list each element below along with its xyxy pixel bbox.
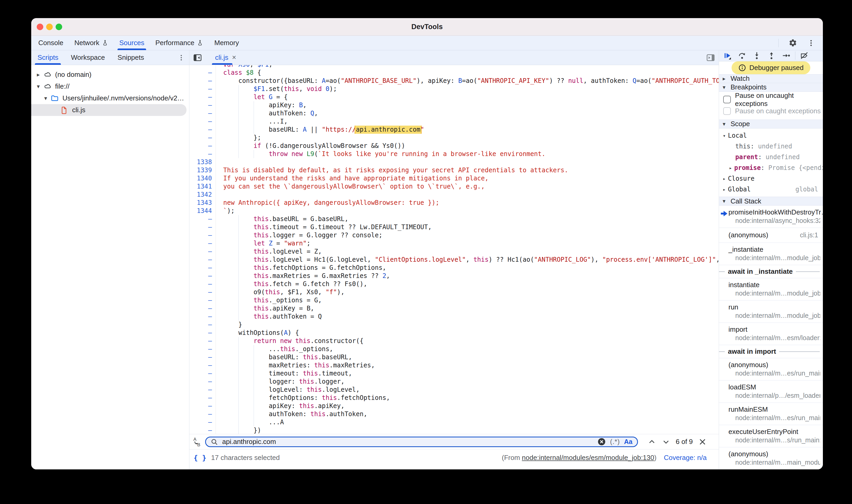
tab-workspace[interactable]: Workspace	[65, 50, 111, 65]
code-line[interactable]: – constructor({baseURL: A=ao("ANTHROPIC_…	[190, 77, 719, 85]
code-line[interactable]: – ...I,	[190, 118, 719, 126]
previous-match-icon[interactable]	[645, 438, 659, 446]
code-line[interactable]: – baseURL: A || "https://api.anthropic.c…	[190, 126, 719, 134]
gutter-cell[interactable]: –	[190, 386, 216, 394]
tree-item-folder[interactable]: ▾ Users/jinhuilee/.nvm/versions/node/v2…	[31, 92, 189, 104]
code-line[interactable]: – logLevel: this.logLevel,	[190, 386, 719, 394]
hide-navigator-icon[interactable]	[190, 50, 203, 65]
gutter-cell[interactable]: –	[190, 85, 216, 93]
pause-on-caught-checkbox[interactable]	[723, 107, 731, 115]
code-line[interactable]: – fetchOptions: this.fetchOptions,	[190, 394, 719, 402]
resume-script-icon[interactable]	[720, 51, 735, 60]
call-stack-frame[interactable]: runMainESMnode:internal/m…es/run_main:98	[719, 403, 823, 425]
call-stack-frame[interactable]: (anonymous)node:internal/m…main_module:2	[719, 447, 823, 469]
code-line[interactable]: – })	[190, 426, 719, 434]
tab-sources[interactable]: Sources	[114, 36, 150, 50]
code-line[interactable]: – ...this._options,	[190, 345, 719, 353]
code-line[interactable]: var Xs0, $F1;	[190, 65, 719, 69]
gutter-cell[interactable]: –	[190, 248, 216, 256]
code-line[interactable]: – this._options = G,	[190, 296, 719, 304]
close-window-button[interactable]	[37, 23, 43, 30]
tab-console[interactable]: Console	[33, 36, 69, 50]
code-line[interactable]: – };	[190, 134, 719, 142]
gutter-cell[interactable]: –	[190, 101, 216, 109]
chevron-down-icon[interactable]: ▾	[42, 95, 49, 102]
code-line[interactable]: – this.authToken = Q	[190, 312, 719, 321]
replace-toggle-icon[interactable]: AB	[193, 437, 202, 447]
scope-row-promise[interactable]: ▸promise: Promise {<pending>}	[719, 162, 823, 173]
scope-row-Closure[interactable]: ▸Closure	[719, 173, 823, 184]
tree-item-no-domain[interactable]: ▸ (no domain)	[31, 69, 189, 80]
show-debugger-panel-icon[interactable]	[703, 50, 719, 65]
navigator-more-icon[interactable]	[178, 50, 189, 65]
gutter-cell[interactable]: –	[190, 150, 216, 158]
gutter-cell[interactable]: –	[190, 223, 216, 231]
editor-tab-cli-js[interactable]: cli.js ×	[211, 50, 240, 65]
gutter-cell[interactable]: –	[190, 239, 216, 248]
more-options-icon[interactable]	[807, 39, 815, 47]
code-line[interactable]: 1338	[190, 158, 719, 166]
code-line[interactable]: – let G = {	[190, 93, 719, 101]
gutter-cell[interactable]: 1343	[190, 199, 216, 207]
gutter-cell[interactable]: –	[190, 93, 216, 101]
call-stack-frame[interactable]: (anonymous)cli.js:1	[719, 228, 823, 243]
gutter-cell[interactable]: –	[190, 337, 216, 345]
gutter-cell[interactable]: –	[190, 394, 216, 402]
pause-on-uncaught-row[interactable]: Pause on uncaught exceptions	[719, 94, 823, 105]
gutter-cell[interactable]: –	[190, 410, 216, 418]
zoom-window-button[interactable]	[56, 23, 62, 30]
gutter-cell[interactable]: –	[190, 402, 216, 410]
step-icon[interactable]	[779, 51, 794, 60]
section-watch[interactable]: ▸ Watch	[719, 74, 823, 83]
code-line[interactable]: – this.fetch = G.fetch ?? Fs0(),	[190, 280, 719, 288]
code-line[interactable]: – this.apiKey = B,	[190, 304, 719, 312]
code-line[interactable]: – timeout: this.timeout,	[190, 370, 719, 378]
code-line[interactable]: 1342	[190, 191, 719, 199]
scope-row-parent[interactable]: parent: undefined	[719, 151, 823, 162]
code-line[interactable]: – apiKey: this.apiKey,	[190, 402, 719, 410]
gutter-cell[interactable]: –	[190, 256, 216, 264]
gutter-cell[interactable]: 1339	[190, 166, 216, 174]
call-stack-frame[interactable]: loadESMnode:internal/p…/esm_loader:34	[719, 380, 823, 403]
code-line[interactable]: 1343new Anthropic({ apiKey, dangerouslyA…	[190, 199, 719, 207]
code-line[interactable]: – this.logger = G.logger ?? console;	[190, 231, 719, 239]
gutter-cell[interactable]: –	[190, 378, 216, 386]
tree-item-file-protocol[interactable]: ▾ file://	[31, 80, 189, 92]
pause-on-caught-row[interactable]: Pause on caught exceptions	[719, 105, 823, 117]
gutter-cell[interactable]: –	[190, 426, 216, 434]
gutter-cell[interactable]: –	[190, 345, 216, 353]
gutter-cell[interactable]: –	[190, 215, 216, 223]
gutter-cell[interactable]: –	[190, 69, 216, 77]
gutter-cell[interactable]: 1341	[190, 182, 216, 191]
gutter-cell[interactable]: 1344	[190, 207, 216, 215]
code-line[interactable]: – logger: this.logger,	[190, 378, 719, 386]
code-line[interactable]: – apiKey: B,	[190, 101, 719, 109]
step-into-icon[interactable]	[749, 51, 764, 60]
gutter-cell[interactable]: –	[190, 109, 216, 118]
code-line[interactable]: – let Z = "warn";	[190, 239, 719, 248]
code-line[interactable]: – baseURL: this.baseURL,	[190, 353, 719, 361]
code-line[interactable]: – this.timeout = G.timeout ?? Lw.DEFAULT…	[190, 223, 719, 231]
gutter-cell[interactable]: –	[190, 361, 216, 370]
call-stack-frame[interactable]: (anonymous)node:internal/m…es/run_main:9…	[719, 358, 823, 380]
call-stack-frame[interactable]: runnode:internal/m…module_job:214	[719, 301, 823, 323]
code-line[interactable]: – }	[190, 321, 719, 329]
step-over-icon[interactable]	[735, 51, 749, 60]
code-line[interactable]: – withOptions(A) {	[190, 329, 719, 337]
tree-item-cli-js[interactable]: cli.js	[31, 104, 187, 116]
section-call-stack[interactable]: ▾ Call Stack	[719, 197, 823, 205]
scope-row-Global[interactable]: ▸Globalglobal	[719, 184, 823, 195]
gutter-cell[interactable]: –	[190, 353, 216, 361]
code-line[interactable]: – this.baseURL = G.baseURL,	[190, 215, 719, 223]
call-stack-frame[interactable]: promiseInitHookWithDestroyTr…node:intern…	[719, 205, 823, 228]
code-line[interactable]: – ...A	[190, 418, 719, 426]
pretty-print-icon[interactable]: { }	[194, 454, 207, 462]
search-input[interactable]	[221, 437, 597, 446]
code-line[interactable]: – this.logLevel = Z,	[190, 248, 719, 256]
chevron-right-icon[interactable]: ▸	[35, 71, 42, 78]
code-line[interactable]: – return new this.constructor({	[190, 337, 719, 345]
tab-memory[interactable]: Memory	[209, 36, 245, 50]
gutter-cell[interactable]: 1342	[190, 191, 216, 199]
call-stack-frame[interactable]: executeUserEntryPointnode:internal/m…s/r…	[719, 425, 823, 447]
code-line[interactable]: – this.logLevel = Hc1(G.logLevel, "Clien…	[190, 256, 719, 264]
